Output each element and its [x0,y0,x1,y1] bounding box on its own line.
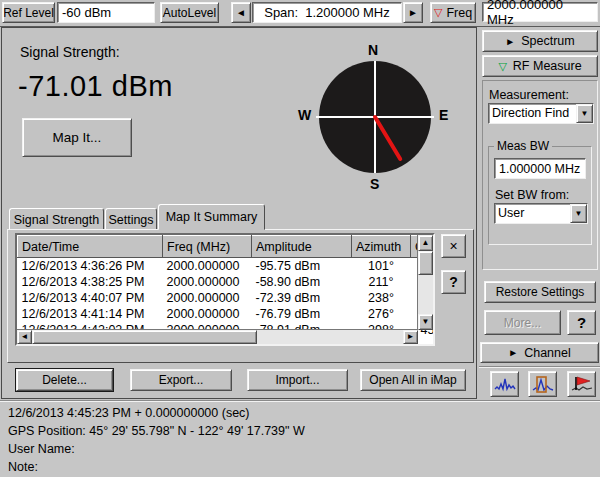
table-horizontal-scrollbar[interactable]: ◄ ► [17,329,418,344]
horizontal-scroll-thumb[interactable] [32,330,257,344]
close-summary-button[interactable]: × [441,234,466,258]
scroll-left-button[interactable]: ◄ [17,330,32,344]
flag-marker-button[interactable] [567,371,596,397]
meas-bw-group: Meas BW 1.000000 MHz Set BW from: User ▼ [488,146,592,245]
column-header-0[interactable]: Date/Time [18,236,163,258]
table-cell[interactable]: 12/6/2013 4:36:26 PM [18,258,163,275]
column-header-2[interactable]: Amplitude [252,236,352,258]
table-row[interactable]: 12/6/2013 4:41:14 PM2000.000000-76.79 dB… [18,306,436,322]
table-row[interactable]: 12/6/2013 4:40:07 PM2000.000000-72.39 dB… [18,290,436,306]
rf-measure-triangle-icon: ▽ [498,60,506,73]
table-vertical-scrollbar[interactable]: ▲ ▼ [417,235,433,330]
ref-level-button-label: Ref Level [3,6,54,20]
status-user-name: User Name: [0,440,600,458]
sidebar-help-button[interactable]: ? [567,310,596,335]
export-button[interactable]: Export... [130,369,232,391]
rf-measure-section-button[interactable]: ▽ RF Measure [482,55,598,77]
autolevel-button[interactable]: AutoLevel [160,2,219,23]
status-bar: 12/6/2013 4:45:23 PM + 0.000000000 (sec)… [0,400,600,477]
table-help-button[interactable]: ? [441,270,466,294]
vertical-scroll-track[interactable] [418,275,433,314]
table-cell[interactable]: -95.75 dBm [252,258,352,275]
column-header-3[interactable]: Azimuth [352,236,411,258]
app-window: Ref Level -60 dBm AutoLevel ◄ Span: 1.20… [0,0,600,477]
horizontal-scroll-track[interactable] [257,330,403,344]
channel-arrow-icon: ► [508,347,518,358]
map-it-button-label: Map It... [53,130,102,145]
delete-button-label: Delete... [42,373,87,387]
table-row[interactable]: 12/6/2013 4:38:25 PM2000.000000-58.90 dB… [18,274,436,290]
table-cell[interactable]: 238° [352,290,411,306]
restore-settings-label: Restore Settings [496,285,585,299]
open-all-imap-button[interactable]: Open All in iMap [360,369,466,391]
span-decrease-button[interactable]: ◄ [231,2,251,23]
close-icon: × [449,238,457,254]
span-value: 1.200000 MHz [305,5,390,20]
spectrum-zoom-button[interactable] [528,371,557,397]
help-icon: ? [577,314,586,331]
table-cell[interactable]: -76.79 dBm [252,306,352,322]
tab-settings-label: Settings [108,213,153,227]
measurement-value: Direction Find [489,104,576,123]
table-cell[interactable]: 12/6/2013 4:38:25 PM [18,274,163,290]
table-cell[interactable]: -72.39 dBm [252,290,352,306]
export-button-label: Export... [159,373,204,387]
down-arrow-icon: ▼ [422,318,430,326]
table-cell[interactable]: -58.90 dBm [252,274,352,290]
spectrum-zoom-icon [532,375,554,393]
import-button-label: Import... [275,373,319,387]
table-cell[interactable]: 2000.000000 [163,306,252,322]
channel-section-button[interactable]: ► Channel [480,342,599,363]
table-cell[interactable]: 276° [352,306,411,322]
ref-level-input[interactable]: -60 dBm [57,2,155,23]
spectrum-section-button[interactable]: ► Spectrum [482,30,598,52]
span-increase-button[interactable]: ► [403,2,423,23]
table-cell[interactable]: 12/6/2013 4:41:14 PM [18,306,163,322]
table-cell[interactable]: 2000.000000 [163,274,252,290]
scroll-right-button[interactable]: ► [403,330,418,344]
compass-north-label: N [368,42,378,58]
table-cell[interactable]: 2000.000000 [163,290,252,306]
status-gps-position: GPS Position: 45° 29' 55.798" N - 122° 4… [0,422,600,440]
ref-level-button[interactable]: Ref Level [2,2,55,23]
help-icon: ? [449,274,458,290]
right-arrow-icon: ► [407,333,415,341]
vertical-scroll-thumb[interactable] [418,251,433,275]
compass-west-label: W [298,107,311,123]
tab-map-it-summary[interactable]: Map It Summary [158,204,265,230]
tab-signal-strength[interactable]: Signal Strength [9,208,104,230]
table-row[interactable]: 12/6/2013 4:36:26 PM2000.000000-95.75 dB… [18,258,436,275]
restore-settings-button[interactable]: Restore Settings [484,281,596,303]
column-header-1[interactable]: Freq (MHz) [163,236,252,258]
table-cell[interactable]: 12/6/2013 4:40:07 PM [18,290,163,306]
spectrum-trace-button[interactable] [490,371,519,397]
table-cell[interactable]: 101° [352,258,411,275]
freq-marker-triangle-icon: ▽ [434,6,442,19]
spectrum-arrow-icon: ► [505,36,515,47]
frequency-input[interactable]: 2000.000000 MHz [482,2,598,22]
delete-button[interactable]: Delete... [16,369,113,391]
dropdown-arrow-icon[interactable]: ▼ [576,104,593,123]
span-display[interactable]: Span: 1.200000 MHz [252,2,402,23]
dropdown-arrow-icon[interactable]: ▼ [570,204,587,223]
set-bw-from-select[interactable]: User ▼ [494,203,588,224]
meas-bw-value: 1.000000 MHz [499,162,580,176]
import-button[interactable]: Import... [247,369,348,391]
measurement-select[interactable]: Direction Find ▼ [488,103,594,124]
table-cell[interactable]: 211° [352,274,411,290]
set-bw-from-label: Set BW from: [495,188,569,202]
more-button[interactable]: More... [484,310,561,335]
scroll-up-button[interactable]: ▲ [418,235,433,251]
freq-button[interactable]: ▽ Freq [430,2,476,23]
tab-settings[interactable]: Settings [105,208,157,230]
measurement-label: Measurement: [489,88,569,102]
meas-bw-group-label: Meas BW [494,139,552,153]
spectrum-section-label: Spectrum [521,34,575,48]
scroll-down-button[interactable]: ▼ [418,314,433,330]
map-it-button[interactable]: Map It... [22,118,132,157]
table-cell[interactable]: 2000.000000 [163,258,252,275]
freq-button-label: Freq [446,6,472,20]
right-arrow-icon: ► [408,7,418,18]
frequency-value: 2000.000000 MHz [487,0,593,27]
meas-bw-input[interactable]: 1.000000 MHz [494,158,586,179]
